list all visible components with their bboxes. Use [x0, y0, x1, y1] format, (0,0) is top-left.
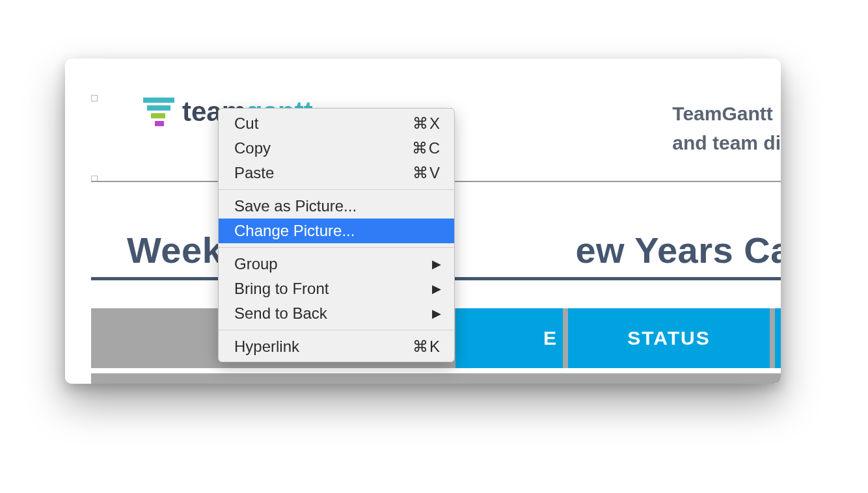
menu-separator [219, 189, 454, 190]
menu-label: Paste [234, 163, 274, 183]
menu-label: Bring to Front [234, 278, 329, 299]
corner-line2: and team di [672, 128, 781, 157]
menu-item-cut[interactable]: Cut ⌘X [219, 111, 454, 136]
column-header-e[interactable]: E [455, 308, 563, 368]
menu-label: Group [234, 254, 278, 274]
menu-item-group[interactable]: Group ▶ [219, 252, 454, 276]
menu-item-bring-to-front[interactable]: Bring to Front ▶ [219, 276, 454, 301]
menu-label: Cut [234, 113, 258, 134]
document-canvas: teamgantt TeamGantt and team di Weekly S… [91, 85, 781, 384]
menu-item-paste[interactable]: Paste ⌘V [219, 161, 454, 185]
page-title-left: Week [127, 230, 223, 271]
menu-shortcut: ⌘C [412, 138, 441, 159]
menu-label: Hyperlink [234, 336, 299, 357]
logo-bars-icon [143, 98, 174, 126]
menu-separator [219, 247, 454, 248]
menu-label: Copy [234, 138, 271, 159]
menu-separator [219, 330, 454, 330]
table-row-bg [91, 373, 781, 384]
corner-line1: TeamGantt [672, 99, 781, 128]
menu-item-change-picture[interactable]: Change Picture... [219, 219, 454, 243]
chevron-right-icon: ▶ [432, 303, 441, 324]
selection-handle-icon[interactable] [91, 95, 98, 101]
context-menu: Cut ⌘X Copy ⌘C Paste ⌘V Save as Picture.… [218, 108, 455, 362]
column-header-status[interactable]: STATUS [568, 308, 770, 368]
menu-item-send-to-back[interactable]: Send to Back ▶ [219, 301, 454, 326]
menu-shortcut: ⌘K [413, 336, 441, 357]
menu-shortcut: ⌘X [413, 113, 441, 134]
menu-label: Send to Back [234, 303, 327, 324]
page-title-right: ew Years Campaign [575, 230, 781, 271]
menu-label: Save as Picture... [234, 196, 357, 217]
header-corner-text: TeamGantt and team di [672, 99, 781, 157]
menu-item-hyperlink[interactable]: Hyperlink ⌘K [219, 334, 454, 359]
menu-shortcut: ⌘V [413, 163, 441, 183]
menu-item-copy[interactable]: Copy ⌘C [219, 136, 454, 161]
chevron-right-icon: ▶ [432, 254, 441, 274]
window-frame: teamgantt TeamGantt and team di Weekly S… [65, 59, 781, 384]
menu-item-save-as-picture[interactable]: Save as Picture... [219, 194, 454, 219]
chevron-right-icon: ▶ [432, 278, 441, 299]
menu-label: Change Picture... [234, 220, 355, 241]
column-header-last[interactable] [775, 308, 781, 368]
